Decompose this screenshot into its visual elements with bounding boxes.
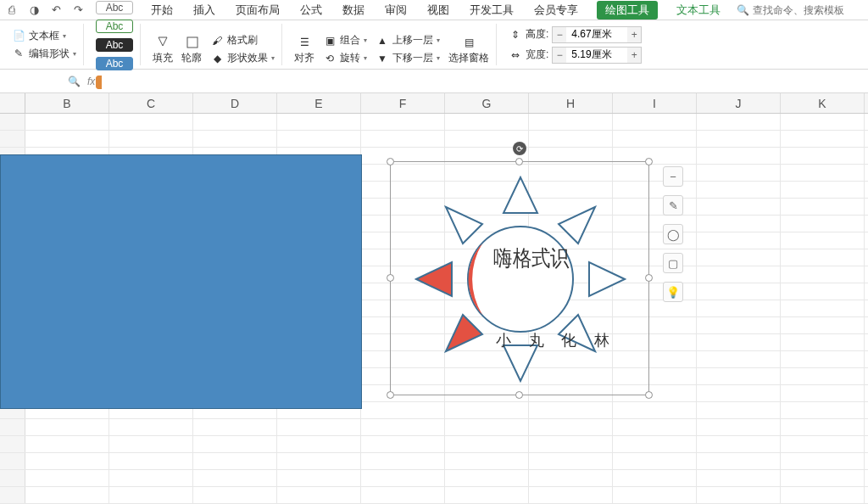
- menu-texttool[interactable]: 文本工具: [675, 1, 722, 20]
- resize-handle-mr[interactable]: [645, 274, 653, 282]
- col-head[interactable]: D: [193, 93, 277, 113]
- group-button[interactable]: ▣ 组合▾: [323, 33, 367, 48]
- width-plus[interactable]: +: [627, 48, 641, 63]
- menu-data[interactable]: 数据: [341, 1, 366, 20]
- fill-icon: [156, 36, 170, 49]
- svg-point-9: [468, 227, 573, 332]
- up-icon: ▲: [376, 34, 389, 48]
- dropdown-icon: ▾: [271, 54, 275, 62]
- sun-shape[interactable]: 嗨格式识 小 丸 化 林: [416, 177, 625, 381]
- redo-icon[interactable]: ↷: [71, 3, 85, 17]
- dropdown-icon: ▾: [73, 50, 76, 58]
- rotate-handle[interactable]: ⟳: [513, 142, 526, 155]
- zoom-icon[interactable]: 🔍: [68, 76, 81, 87]
- col-head[interactable]: J: [697, 93, 781, 113]
- col-head[interactable]: I: [613, 93, 697, 113]
- sun-text-1: 嗨格式识: [493, 244, 569, 273]
- menu-insert[interactable]: 插入: [192, 1, 217, 20]
- shapeeffect-button[interactable]: ◆ 形状效果 ▾: [210, 51, 275, 65]
- width-spinner[interactable]: − +: [552, 47, 642, 64]
- resize-handle-tr[interactable]: [645, 158, 653, 165]
- formatbrush-button[interactable]: 🖌 格式刷: [210, 33, 275, 48]
- style-preset-3[interactable]: Abc: [96, 38, 133, 52]
- fx-label[interactable]: fx: [87, 76, 95, 87]
- side-pencil-button[interactable]: ✎: [663, 195, 683, 216]
- col-head[interactable]: G: [445, 93, 529, 113]
- menu-drawtool[interactable]: 绘图工具: [597, 1, 658, 20]
- corner-cell[interactable]: [0, 93, 25, 113]
- formula-input[interactable]: [102, 73, 861, 90]
- resize-handle-ml[interactable]: [387, 274, 394, 282]
- svg-marker-3: [416, 262, 452, 296]
- resize-handle-tl[interactable]: [387, 158, 394, 165]
- width-icon: ⇔: [509, 48, 522, 62]
- svg-marker-7: [446, 315, 482, 351]
- outline-button[interactable]: 轮廓: [181, 36, 202, 65]
- menu-review[interactable]: 审阅: [383, 1, 409, 20]
- side-rect-button[interactable]: ▢: [663, 253, 683, 273]
- side-bulb-button[interactable]: 💡: [663, 282, 683, 302]
- style-preset-2[interactable]: Abc: [96, 20, 133, 33]
- col-head[interactable]: B: [25, 93, 109, 113]
- brush-icon: 🖌: [210, 34, 224, 48]
- search-input[interactable]: [753, 4, 863, 16]
- editshape-button[interactable]: ✎ 编辑形状 ▾: [12, 47, 76, 61]
- menu-dev[interactable]: 开发工具: [468, 1, 515, 20]
- column-headers: B C D E F G H I J K: [0, 93, 868, 114]
- fill-button[interactable]: 填充: [153, 36, 173, 65]
- col-head[interactable]: F: [361, 93, 445, 113]
- ribbon-group-styles: Abc Abc Abc Abc Abc: [89, 24, 141, 65]
- textbox-button[interactable]: 📄 文本框 ▾: [12, 29, 76, 43]
- menu-formula[interactable]: 公式: [298, 1, 324, 20]
- height-spinner[interactable]: − +: [552, 26, 642, 43]
- moveup-button[interactable]: ▲ 上移一层▾: [376, 33, 440, 48]
- menu-pagelayout[interactable]: 页面布局: [234, 1, 281, 20]
- selectionpane-label: 选择窗格: [448, 51, 489, 65]
- rotate-button[interactable]: ⟲ 旋转▾: [323, 51, 367, 65]
- preview-icon[interactable]: ◑: [27, 3, 41, 17]
- width-input[interactable]: [566, 49, 627, 61]
- style-preset-1[interactable]: Abc: [96, 1, 133, 14]
- svg-marker-1: [504, 177, 537, 213]
- height-input[interactable]: [566, 29, 627, 41]
- resize-handle-br[interactable]: [645, 391, 653, 399]
- svg-rect-0: [187, 37, 198, 48]
- style-preset-4[interactable]: Abc: [96, 57, 133, 70]
- menu-start[interactable]: 开始: [149, 1, 175, 20]
- menu-view[interactable]: 视图: [426, 1, 451, 20]
- selectionpane-button[interactable]: ▤ 选择窗格: [448, 36, 489, 65]
- side-mini-toolbar: − ✎ ◯ ▢ 💡: [663, 166, 683, 302]
- resize-handle-tc[interactable]: [515, 158, 523, 165]
- shapeeffect-label: 形状效果: [227, 51, 268, 65]
- align-button[interactable]: ☰ 对齐: [294, 36, 314, 65]
- group-label: 组合: [340, 33, 360, 48]
- grid-area[interactable]: ⟳: [0, 114, 868, 504]
- height-plus[interactable]: +: [627, 27, 641, 42]
- ribbon-group-size: ⇕ 高度: − + ⇔ 宽度: − +: [502, 24, 648, 65]
- svg-marker-5: [446, 207, 482, 244]
- movedown-button[interactable]: ▼ 下移一层▾: [376, 51, 440, 65]
- col-head[interactable]: E: [277, 93, 361, 113]
- ribbon-group-arrange: ☰ 对齐 ▣ 组合▾ ⟲ 旋转▾ ▲ 上移一层▾ ▼ 下移一层▾ ▤: [287, 24, 497, 65]
- textbox-label: 文本框: [29, 29, 59, 43]
- svg-marker-6: [559, 207, 595, 244]
- textbox-icon: 📄: [12, 29, 25, 42]
- rotate-label: 旋转: [340, 51, 360, 65]
- col-head[interactable]: K: [781, 93, 865, 113]
- col-head[interactable]: H: [529, 93, 613, 113]
- menu-member[interactable]: 会员专享: [532, 1, 580, 20]
- blue-rectangle-shape[interactable]: [0, 154, 362, 409]
- resize-handle-bc[interactable]: [515, 391, 523, 399]
- rotate-icon: ⟲: [323, 52, 337, 65]
- search-box[interactable]: 🔍: [737, 4, 863, 16]
- shape-selection-frame[interactable]: ⟳: [390, 161, 649, 395]
- undo-icon[interactable]: ↶: [49, 3, 63, 17]
- width-minus[interactable]: −: [553, 48, 566, 63]
- name-box[interactable]: [7, 73, 49, 90]
- col-head[interactable]: C: [109, 93, 193, 113]
- resize-handle-bl[interactable]: [387, 391, 394, 399]
- side-shape-button[interactable]: ◯: [663, 224, 683, 244]
- print-icon[interactable]: ⎙: [5, 3, 19, 17]
- height-minus[interactable]: −: [553, 27, 566, 42]
- side-minus-button[interactable]: −: [663, 166, 683, 187]
